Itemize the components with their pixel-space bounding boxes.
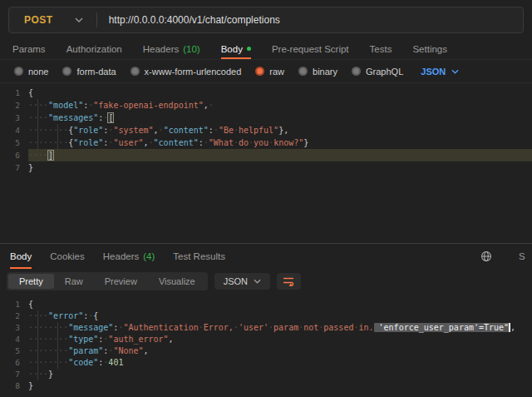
line-content: ····] bbox=[28, 149, 532, 161]
code-line[interactable]: 7} bbox=[0, 161, 532, 174]
request-tab-authorization[interactable]: Authorization bbox=[66, 38, 122, 59]
response-tab-body[interactable]: Body bbox=[10, 244, 32, 269]
tab-label: Headers bbox=[103, 251, 139, 261]
tab-label: Body bbox=[10, 251, 32, 261]
line-number: 4 bbox=[0, 334, 28, 345]
line-content: { bbox=[28, 87, 532, 99]
response-language-dropdown[interactable]: JSON bbox=[214, 273, 270, 290]
body-type-radio-raw[interactable]: raw bbox=[255, 67, 284, 77]
chevron-down-icon bbox=[75, 17, 83, 22]
response-tab-test-results[interactable]: Test Results bbox=[173, 244, 225, 269]
code-line[interactable]: 3········"message":·"Authentication·Erro… bbox=[0, 322, 532, 334]
code-line[interactable]: 4········"type":·"auth_error", bbox=[0, 334, 532, 345]
body-type-radio-none[interactable]: none bbox=[14, 67, 48, 77]
status-text-clipped: S bbox=[519, 244, 525, 269]
request-body-editor[interactable]: 1{2····"model":·"fake-openai-endpoint",·… bbox=[0, 83, 532, 243]
radio-circle-icon bbox=[62, 67, 71, 76]
request-tab-headers[interactable]: Headers(10) bbox=[143, 38, 200, 59]
wrap-text-button[interactable] bbox=[277, 273, 301, 290]
response-tab-headers[interactable]: Headers(4) bbox=[103, 244, 155, 269]
response-body-editor[interactable]: 1{2····"error":·{3········"message":·"Au… bbox=[0, 294, 532, 397]
method-dropdown[interactable]: POST bbox=[9, 14, 96, 26]
code-line[interactable]: 1{ bbox=[0, 87, 532, 99]
response-tabs: BodyCookiesHeaders(4)Test ResultsS bbox=[0, 244, 532, 269]
line-content: { bbox=[28, 299, 532, 310]
radio-label: none bbox=[28, 67, 48, 77]
body-type-radio-form-data[interactable]: form-data bbox=[62, 67, 116, 77]
code-line[interactable]: 2····"model":·"fake-openai-endpoint",· bbox=[0, 99, 532, 112]
request-tab-tests[interactable]: Tests bbox=[370, 38, 392, 59]
line-number: 5 bbox=[0, 136, 28, 149]
line-content: ········"type":·"auth_error", bbox=[28, 334, 532, 345]
line-number: 4 bbox=[0, 124, 28, 136]
unsaved-changes-dot-icon bbox=[247, 47, 251, 51]
line-content: ········"code":·401 bbox=[28, 357, 532, 369]
line-number: 1 bbox=[0, 299, 28, 310]
proxy-globe-button[interactable] bbox=[480, 244, 492, 269]
request-language-label: JSON bbox=[421, 67, 446, 77]
line-number: 3 bbox=[0, 322, 28, 334]
body-type-radio-x-www-form-urlencoded[interactable]: x-www-form-urlencoded bbox=[131, 67, 242, 77]
code-line[interactable]: 7····} bbox=[0, 369, 532, 380]
line-content: ····"error":·{ bbox=[28, 310, 532, 322]
line-number: 7 bbox=[0, 369, 28, 380]
response-toolbar: PrettyRawPreviewVisualize JSON bbox=[0, 269, 532, 294]
radio-label: binary bbox=[313, 67, 337, 77]
code-line[interactable]: 6········"code":·401 bbox=[0, 357, 532, 369]
radio-label: form-data bbox=[76, 67, 116, 77]
body-type-radio-graphql[interactable]: GraphQL bbox=[352, 67, 403, 77]
tab-label: Settings bbox=[412, 44, 447, 54]
line-number: 3 bbox=[0, 112, 28, 124]
request-tab-body[interactable]: Body bbox=[221, 38, 251, 59]
code-line[interactable]: 4········{"role":·"system",·"content":·"… bbox=[0, 124, 532, 136]
tab-label: Authorization bbox=[66, 44, 122, 54]
spacer bbox=[244, 244, 462, 269]
line-number: 2 bbox=[0, 99, 28, 112]
response-section: BodyCookiesHeaders(4)Test ResultsS Prett… bbox=[0, 243, 532, 397]
indent-guide bbox=[37, 99, 38, 161]
line-content: ····} bbox=[28, 369, 532, 380]
response-tab-cookies[interactable]: Cookies bbox=[50, 244, 85, 269]
body-type-options: noneform-datax-www-form-urlencodedrawbin… bbox=[0, 60, 532, 83]
text-wrap-icon bbox=[283, 276, 295, 286]
request-url-row: POST http://0.0.0.0:4000/v1/chat/complet… bbox=[0, 0, 532, 38]
tab-label: Tests bbox=[370, 44, 392, 54]
line-number: 5 bbox=[0, 345, 28, 357]
request-tabs: ParamsAuthorizationHeaders(10)BodyPre-re… bbox=[0, 38, 532, 60]
line-number: 1 bbox=[0, 87, 28, 99]
line-content: } bbox=[28, 380, 532, 392]
line-content: ········"message":·"Authentication·Error… bbox=[28, 322, 532, 334]
tab-count-badge: (10) bbox=[183, 44, 200, 54]
request-tab-settings[interactable]: Settings bbox=[412, 38, 447, 59]
tab-label: Params bbox=[12, 44, 46, 54]
view-preview[interactable]: Preview bbox=[94, 274, 148, 289]
line-content: ········{"role":·"user",·"content":·"Wha… bbox=[28, 136, 532, 149]
radio-circle-icon bbox=[255, 67, 264, 76]
request-language-dropdown[interactable]: JSON bbox=[421, 67, 459, 77]
request-tab-pre-request-script[interactable]: Pre-request Script bbox=[272, 38, 349, 59]
code-line[interactable]: 5········"param":·"None", bbox=[0, 345, 532, 357]
line-content: ········"param":·"None", bbox=[28, 345, 532, 357]
radio-label: GraphQL bbox=[366, 67, 403, 77]
line-number: 2 bbox=[0, 310, 28, 322]
tab-label: Pre-request Script bbox=[272, 44, 349, 54]
code-line[interactable]: 6····] bbox=[0, 149, 532, 161]
view-raw[interactable]: Raw bbox=[54, 274, 94, 289]
view-pretty[interactable]: Pretty bbox=[8, 274, 54, 289]
body-type-radio-binary[interactable]: binary bbox=[298, 67, 337, 77]
response-view-switch: PrettyRawPreviewVisualize bbox=[7, 272, 208, 290]
tab-label: Test Results bbox=[173, 251, 225, 261]
tab-label: Body bbox=[221, 44, 243, 54]
request-tab-params[interactable]: Params bbox=[12, 38, 46, 59]
code-line[interactable]: 1{ bbox=[0, 299, 532, 310]
line-content: ········{"role":·"system",·"content":·"B… bbox=[28, 124, 532, 136]
code-line[interactable]: 3····"messages":·[ bbox=[0, 112, 532, 124]
code-line[interactable]: 5········{"role":·"user",·"content":·"Wh… bbox=[0, 136, 532, 149]
line-content: ····"model":·"fake-openai-endpoint",· bbox=[28, 99, 532, 112]
radio-label: raw bbox=[269, 67, 284, 77]
code-line[interactable]: 8} bbox=[0, 380, 532, 392]
code-line[interactable]: 2····"error":·{ bbox=[0, 310, 532, 322]
url-input[interactable]: http://0.0.0.0:4000/v1/chat/completions bbox=[97, 14, 280, 26]
tab-count-badge: (4) bbox=[143, 251, 155, 261]
view-visualize[interactable]: Visualize bbox=[148, 274, 206, 289]
